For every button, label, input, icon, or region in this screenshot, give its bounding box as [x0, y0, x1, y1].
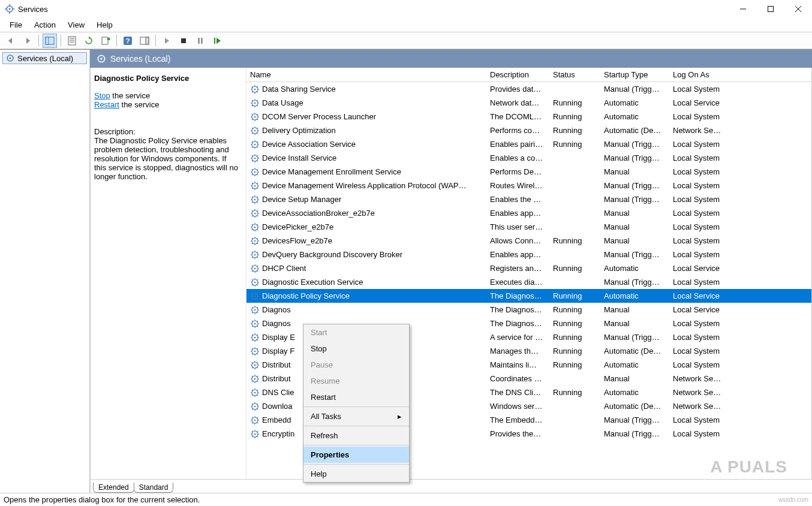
service-name: DeviceAssociationBroker_e2b7e — [262, 209, 375, 218]
restart-service-button[interactable] — [210, 34, 224, 48]
service-row[interactable]: DeviceAssociationBroker_e2b7eEnables app… — [246, 206, 811, 220]
stop-service-button[interactable] — [176, 34, 191, 48]
action-pane-button[interactable] — [137, 34, 152, 48]
menu-action[interactable]: Action — [28, 19, 62, 31]
context-stop[interactable]: Stop — [303, 341, 409, 357]
export-list-button[interactable] — [98, 34, 113, 48]
svg-point-30 — [254, 88, 256, 90]
service-status: Running — [549, 388, 600, 397]
service-row[interactable]: Delivery OptimizationPerforms co…Running… — [246, 124, 811, 137]
service-row[interactable]: DiagnosThe Diagnos…RunningManualLocal Se… — [246, 303, 811, 317]
service-name: Device Association Service — [262, 140, 356, 149]
context-help[interactable]: Help — [303, 466, 409, 482]
svg-line-78 — [257, 141, 258, 143]
column-header-status[interactable]: Status — [549, 68, 600, 82]
service-row[interactable]: Data Sharing ServiceProvides dat…Manual … — [246, 82, 811, 96]
close-button[interactable] — [784, 0, 812, 18]
menu-view[interactable]: View — [62, 19, 91, 31]
tab-extended[interactable]: Extended — [93, 483, 134, 493]
service-startup: Manual — [600, 374, 669, 383]
service-row[interactable]: Device Association ServiceEnables pairi…… — [246, 137, 811, 151]
svg-line-65 — [252, 128, 253, 129]
tree-root-services-local[interactable]: Services (Local) — [2, 52, 87, 64]
pause-service-button[interactable] — [193, 34, 207, 48]
restart-service-link[interactable]: Restart — [94, 100, 119, 109]
svg-line-86 — [257, 160, 258, 161]
service-description: Enables a co… — [486, 153, 549, 162]
service-gear-icon — [250, 347, 260, 356]
help-button[interactable]: ? — [121, 34, 135, 48]
service-logon: Local System — [669, 429, 783, 438]
svg-line-185 — [252, 293, 253, 294]
svg-line-236 — [257, 367, 258, 368]
svg-line-55 — [252, 114, 253, 115]
svg-line-126 — [257, 215, 258, 216]
stop-service-link[interactable]: Stop — [94, 91, 110, 100]
context-properties[interactable]: Properties — [303, 447, 409, 463]
svg-point-80 — [254, 157, 256, 159]
minimize-button[interactable] — [729, 0, 757, 18]
service-gear-icon — [250, 236, 260, 246]
svg-line-35 — [252, 86, 253, 88]
service-row[interactable]: DCOM Server Process LauncherThe DCOML…Ru… — [246, 110, 811, 124]
service-startup: Automatic — [600, 264, 669, 273]
service-row[interactable]: DHCP ClientRegisters an…RunningAutomatic… — [246, 261, 811, 275]
service-logon: Local System — [669, 319, 783, 328]
menu-file[interactable]: File — [4, 19, 28, 31]
back-button[interactable] — [4, 34, 18, 48]
service-row[interactable]: Diagnostic Policy ServiceThe Diagnos…Run… — [246, 289, 811, 303]
svg-point-180 — [254, 295, 256, 297]
service-row[interactable]: Data UsageNetwork dat…RunningAutomaticLo… — [246, 96, 811, 110]
column-header-logon[interactable]: Log On As — [669, 68, 783, 82]
svg-point-90 — [254, 171, 256, 173]
menu-help[interactable]: Help — [91, 19, 119, 31]
service-startup: Manual — [600, 167, 669, 176]
service-name: Diagnos — [262, 305, 291, 314]
service-row[interactable]: Device Install ServiceEnables a co…Manua… — [246, 151, 811, 165]
service-name: Device Management Enrollment Service — [262, 167, 401, 176]
service-startup: Manual — [600, 319, 669, 328]
chevron-right-icon: ▸ — [398, 412, 402, 421]
description-label: Description: — [94, 127, 240, 136]
svg-line-286 — [257, 436, 258, 437]
svg-line-38 — [257, 86, 258, 88]
service-row[interactable]: Device Management Wireless Application P… — [246, 179, 811, 192]
properties-button[interactable] — [65, 34, 79, 48]
context-all-tasks[interactable]: All Tasks▸ — [303, 408, 409, 424]
toolbar-separator — [61, 35, 61, 47]
svg-line-186 — [257, 298, 258, 299]
maximize-button[interactable] — [757, 0, 784, 18]
svg-line-77 — [252, 146, 253, 147]
svg-line-155 — [252, 252, 253, 253]
svg-point-110 — [254, 198, 256, 200]
service-startup: Manual (Trigg… — [600, 250, 669, 259]
tab-standard[interactable]: Standard — [134, 483, 174, 493]
context-refresh[interactable]: Refresh — [303, 427, 409, 444]
show-hide-tree-button[interactable] — [43, 34, 57, 48]
column-header-description[interactable]: Description — [486, 68, 549, 82]
service-gear-icon — [250, 153, 260, 163]
service-row[interactable]: DevQuery Background Discovery BrokerEnab… — [246, 248, 811, 261]
forward-button[interactable] — [20, 34, 35, 48]
service-gear-icon — [250, 222, 260, 232]
service-row[interactable]: DevicesFlow_e2b7eAllows Conn…RunningManu… — [246, 234, 811, 248]
service-startup: Manual — [600, 209, 669, 218]
column-header-name[interactable]: Name — [246, 68, 486, 82]
refresh-button[interactable] — [82, 34, 96, 48]
description-text: The Diagnostic Policy Service enables pr… — [94, 136, 240, 181]
start-service-button[interactable] — [160, 34, 174, 48]
service-description: Enables app… — [486, 250, 549, 259]
service-row[interactable]: Device Management Enrollment ServicePerf… — [246, 165, 811, 179]
context-restart[interactable]: Restart — [303, 389, 409, 405]
services-icon — [5, 4, 14, 14]
service-gear-icon — [250, 264, 260, 273]
column-header-startup[interactable]: Startup Type — [600, 68, 669, 82]
service-description: Provides the… — [486, 429, 549, 438]
service-row[interactable]: DevicePicker_e2b7eThis user ser…ManualLo… — [246, 220, 811, 234]
service-row[interactable]: Device Setup ManagerEnables the …Manual … — [246, 192, 811, 206]
service-row[interactable]: Diagnostic Execution ServiceExecutes dia… — [246, 275, 811, 289]
svg-point-270 — [254, 419, 256, 421]
service-name: Distribut — [262, 360, 291, 369]
svg-point-28 — [100, 58, 102, 59]
watermark-url: wsxdn.com — [778, 496, 808, 503]
